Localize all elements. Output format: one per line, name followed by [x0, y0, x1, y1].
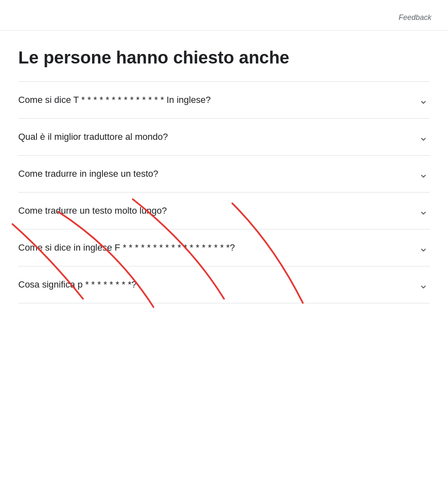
- chevron-down-icon-4: [416, 204, 430, 217]
- faq-item-2[interactable]: Qual è il miglior traduttore al mondo?: [18, 119, 430, 156]
- chevron-down-icon-5: [416, 241, 430, 254]
- feedback-link[interactable]: Feedback: [399, 13, 431, 22]
- faq-item-3[interactable]: Come tradurre in inglese un testo?: [18, 156, 430, 193]
- chevron-down-icon-3: [416, 167, 430, 181]
- faq-list: Come si dice T * * * * * * * * * * * * *…: [18, 82, 430, 303]
- faq-question-5: Come si dice in inglese F * * * * * * * …: [18, 242, 416, 254]
- faq-question-4: Come tradurre un testo molto lungo?: [18, 205, 416, 217]
- main-content: Le persone hanno chiesto anche Come si d…: [0, 31, 448, 303]
- faq-question-1: Come si dice T * * * * * * * * * * * * *…: [18, 94, 416, 107]
- chevron-down-icon-6: [416, 278, 430, 291]
- chevron-down-icon-2: [416, 130, 430, 144]
- faq-item-6[interactable]: Cosa significa p * * * * * * * *?: [18, 266, 430, 303]
- faq-item-4[interactable]: Come tradurre un testo molto lungo?: [18, 193, 430, 229]
- faq-item-1[interactable]: Come si dice T * * * * * * * * * * * * *…: [18, 82, 430, 119]
- faq-question-2: Qual è il miglior traduttore al mondo?: [18, 131, 416, 144]
- section-title: Le persone hanno chiesto anche: [18, 47, 430, 68]
- faq-question-3: Come tradurre in inglese un testo?: [18, 168, 416, 181]
- header-bar: Feedback: [0, 0, 448, 31]
- faq-item-5[interactable]: Come si dice in inglese F * * * * * * * …: [18, 229, 430, 266]
- chevron-down-icon-1: [416, 93, 430, 107]
- faq-question-6: Cosa significa p * * * * * * * *?: [18, 278, 416, 291]
